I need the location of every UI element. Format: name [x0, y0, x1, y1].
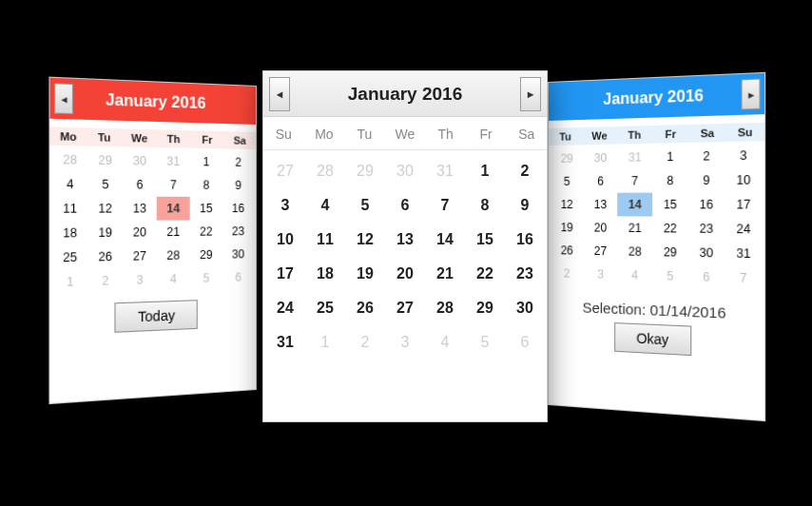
day-cell[interactable]: 3 — [123, 267, 157, 292]
day-cell[interactable]: 15 — [652, 192, 688, 216]
day-cell[interactable]: 31 — [725, 242, 763, 266]
day-cell[interactable]: 8 — [190, 173, 222, 197]
day-cell[interactable]: 4 — [52, 172, 88, 197]
day-cell[interactable]: 24 — [265, 291, 305, 325]
day-cell[interactable]: 17 — [265, 257, 305, 291]
day-cell[interactable]: 28 — [618, 240, 653, 263]
day-cell[interactable]: 5 — [652, 263, 688, 288]
day-cell[interactable]: 8 — [465, 188, 505, 223]
prev-month-button[interactable]: ◂ — [269, 77, 290, 111]
day-cell[interactable]: 2 — [87, 268, 123, 293]
day-cell[interactable]: 5 — [465, 325, 505, 360]
day-cell[interactable]: 4 — [618, 263, 653, 288]
day-cell[interactable]: 6 — [123, 173, 157, 197]
day-cell[interactable]: 23 — [688, 217, 725, 242]
day-cell[interactable]: 21 — [425, 257, 465, 291]
day-cell[interactable]: 1 — [305, 325, 345, 360]
day-cell[interactable]: 7 — [618, 169, 653, 193]
today-button[interactable]: Today — [115, 300, 198, 333]
day-cell[interactable]: 8 — [652, 168, 688, 192]
day-cell[interactable]: 23 — [222, 220, 254, 243]
day-cell[interactable]: 1 — [465, 154, 505, 188]
day-cell[interactable]: 28 — [157, 243, 190, 267]
day-cell[interactable]: 4 — [425, 325, 465, 360]
day-cell[interactable]: 31 — [157, 149, 190, 173]
day-cell[interactable]: 22 — [190, 220, 222, 243]
day-cell[interactable]: 27 — [265, 154, 305, 188]
day-cell[interactable]: 7 — [425, 188, 465, 223]
day-cell[interactable]: 24 — [725, 217, 763, 242]
day-cell[interactable]: 2 — [222, 150, 254, 174]
day-cell[interactable]: 30 — [123, 148, 157, 173]
day-cell[interactable]: 3 — [584, 263, 618, 286]
day-cell[interactable]: 16 — [505, 223, 545, 257]
day-cell[interactable]: 25 — [52, 245, 88, 270]
day-cell[interactable]: 3 — [725, 143, 763, 167]
day-cell[interactable]: 28 — [305, 154, 345, 188]
day-cell[interactable]: 19 — [551, 216, 584, 239]
day-cell[interactable]: 6 — [688, 264, 725, 289]
day-cell[interactable]: 29 — [465, 291, 505, 325]
day-cell[interactable]: 29 — [87, 148, 123, 173]
day-cell[interactable]: 7 — [157, 173, 190, 197]
day-cell[interactable]: 5 — [190, 266, 222, 290]
day-cell[interactable]: 12 — [345, 223, 385, 257]
day-cell[interactable]: 2 — [505, 154, 545, 188]
prev-month-button[interactable]: ◂ — [54, 83, 73, 114]
day-cell[interactable]: 26 — [345, 291, 385, 325]
day-cell[interactable]: 31 — [618, 146, 653, 169]
day-cell[interactable]: 20 — [385, 257, 425, 291]
next-month-button[interactable]: ▸ — [520, 77, 541, 111]
day-cell[interactable]: 28 — [52, 147, 88, 172]
day-cell[interactable]: 13 — [123, 197, 157, 221]
day-cell[interactable]: 17 — [725, 192, 763, 217]
day-cell[interactable]: 12 — [551, 193, 584, 216]
day-cell[interactable]: 16 — [222, 197, 254, 220]
day-cell[interactable]: 21 — [618, 216, 653, 240]
day-cell[interactable]: 6 — [385, 188, 425, 223]
day-cell[interactable]: 13 — [385, 223, 425, 257]
day-cell[interactable]: 11 — [305, 223, 345, 257]
day-cell[interactable]: 7 — [725, 265, 763, 291]
day-cell[interactable]: 25 — [305, 291, 345, 325]
day-cell[interactable]: 6 — [505, 325, 545, 360]
day-cell[interactable]: 12 — [87, 197, 123, 221]
day-cell[interactable]: 28 — [425, 291, 465, 325]
day-cell[interactable]: 19 — [345, 257, 385, 291]
day-cell[interactable]: 1 — [652, 145, 688, 169]
day-cell[interactable]: 5 — [345, 188, 385, 223]
day-cell[interactable]: 30 — [688, 241, 725, 265]
day-cell[interactable]: 27 — [584, 240, 618, 263]
day-cell[interactable]: 20 — [123, 221, 157, 244]
day-cell[interactable]: 1 — [190, 150, 222, 174]
day-cell[interactable]: 19 — [87, 221, 123, 245]
day-cell[interactable]: 6 — [584, 169, 618, 193]
day-cell[interactable]: 4 — [157, 267, 190, 292]
day-cell[interactable]: 18 — [52, 221, 88, 245]
day-cell[interactable]: 9 — [222, 174, 254, 197]
day-cell[interactable]: 9 — [505, 188, 545, 223]
day-cell[interactable]: 22 — [652, 217, 688, 241]
day-cell[interactable]: 18 — [305, 257, 345, 291]
day-cell[interactable]: 3 — [265, 188, 305, 223]
day-cell[interactable]: 30 — [505, 291, 545, 325]
day-cell[interactable]: 22 — [465, 257, 505, 291]
day-cell[interactable]: 16 — [688, 192, 725, 217]
day-cell[interactable]: 14 — [157, 197, 190, 221]
day-cell[interactable]: 13 — [584, 193, 618, 217]
day-cell[interactable]: 6 — [222, 265, 254, 289]
day-cell[interactable]: 15 — [465, 223, 505, 257]
day-cell[interactable]: 27 — [385, 291, 425, 325]
day-cell[interactable]: 20 — [584, 216, 618, 240]
next-month-button[interactable]: ▸ — [742, 79, 761, 110]
day-cell[interactable]: 4 — [305, 188, 345, 223]
day-cell[interactable]: 5 — [551, 170, 584, 193]
day-cell[interactable]: 2 — [551, 262, 584, 285]
day-cell[interactable]: 31 — [425, 154, 465, 188]
day-cell[interactable]: 15 — [190, 197, 222, 221]
day-cell[interactable]: 1 — [52, 269, 88, 295]
day-cell[interactable]: 2 — [688, 144, 725, 168]
day-cell[interactable]: 29 — [190, 243, 222, 267]
day-cell[interactable]: 9 — [688, 168, 725, 193]
day-cell[interactable]: 23 — [505, 257, 545, 291]
